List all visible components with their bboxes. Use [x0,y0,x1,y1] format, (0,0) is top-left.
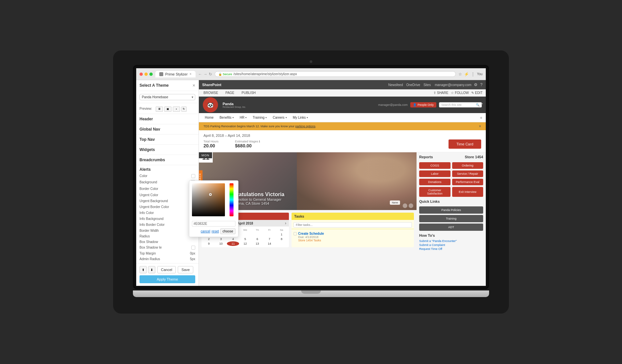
color-picker-cancel-btn[interactable]: cancel [201,228,210,234]
save-button[interactable]: Save [178,266,193,273]
sp-share-btn[interactable]: ⇧ SHARE [433,91,448,95]
nav-item-top-nav[interactable]: Top Nav [136,135,199,145]
tab-close-btn[interactable]: × [190,72,192,76]
nav-item-hr[interactable]: HR ▾ [237,114,249,121]
cal-day-10[interactable]: 10 [215,241,227,246]
sp-edit-btn[interactable]: ✎ EDIT [471,91,482,95]
howto-panda-encounter[interactable]: Submit a "Panda Encounter" [419,239,483,243]
hero-slide-next[interactable] [409,203,413,208]
hero-slide-prev[interactable] [403,203,407,208]
cal-day-9[interactable]: 9 [203,241,215,246]
nav-item-training[interactable]: Training ▾ [250,114,269,121]
quick-link-panda-policies[interactable]: Panda Policies [419,206,483,214]
sp-help-icon[interactable]: ? [480,82,482,87]
sp-settings-icon[interactable]: ⚙ [474,82,478,87]
collapse-header-btn[interactable]: ⌃ [480,102,484,108]
cal-day-3[interactable]: 3 [215,237,227,241]
minimize-window-btn[interactable] [144,73,148,76]
export-btn[interactable]: ⬇ [148,266,155,273]
panel-title: Select A Theme [140,83,169,88]
picker-cursor[interactable] [209,193,212,196]
url-bar[interactable]: 🔒 Secure /sites/home/ateraprime/stylizer… [215,71,456,77]
preview-refresh-btn[interactable]: ↻ [181,106,187,112]
nav-item-careers[interactable]: Careers ▾ [270,114,290,121]
cal-day-1[interactable]: 1 [275,232,288,237]
color-hue-bar[interactable] [230,183,233,216]
panel-footer: ⬆ ⬇ Cancel Save Apply Theme [136,263,199,286]
tasks-filter-input[interactable] [294,222,412,228]
calendar-next-btn[interactable]: › [285,221,286,226]
nav-back-btn[interactable]: ← [198,72,202,76]
people-only-btn[interactable]: 👤 People Only [410,102,436,107]
cal-day-7[interactable]: 7 [264,237,276,241]
maximize-window-btn[interactable] [149,73,153,76]
menu-icon[interactable]: ⋮ [471,72,475,76]
ribbon-tab-page[interactable]: PAGE [224,90,235,95]
howto-complaint[interactable]: Submit a Complaint [419,243,483,247]
quick-link-training[interactable]: Training [419,215,483,222]
cal-day-2[interactable]: 2 [203,237,215,241]
nav-item-benefits[interactable]: Benefits ▾ [217,114,236,121]
time-row: Total Hours 20.00 Estimated Wages ℹ $680… [203,139,481,149]
cancel-button[interactable]: Cancel [157,266,176,273]
cal-day-8[interactable]: 8 [275,237,288,241]
theme-select[interactable]: Panda Homebase [140,94,195,100]
report-btn-service-repair[interactable]: Service / Repair [452,170,483,177]
nav-item-global-nav[interactable]: Global Nav [136,124,199,135]
extensions-icon[interactable]: ⚡ [464,72,469,76]
cal-day-11[interactable]: 11 [227,241,239,246]
time-card-btn[interactable]: Time Card [449,139,481,149]
nav-reload-btn[interactable]: ↻ [209,72,212,76]
panda-search[interactable]: Search this site 🔍 [439,102,482,107]
alert-link[interactable]: parking options [295,125,315,128]
nav-item-home[interactable]: Home [202,114,216,121]
alert-color-checkbox[interactable] [191,174,195,178]
sp-link-onedrive[interactable]: OneDrive [406,83,420,87]
nav-item-breadcrumbs[interactable]: Breadcrumbs [136,155,199,165]
report-btn-customer-satisfaction[interactable]: Customer Satisfaction [419,187,451,197]
close-window-btn[interactable] [140,73,143,76]
color-picker-hex-input[interactable] [192,221,235,227]
nav-item-widgets[interactable]: Widgets [136,145,199,155]
sp-link-sites[interactable]: Sites [423,83,431,87]
cal-day-13[interactable]: 13 [251,241,264,246]
nav-item-header[interactable]: Header [136,114,199,124]
browser-tab[interactable]: Prime Stylizer × [155,71,196,77]
alert-box-shadow-ie-checkbox[interactable] [191,246,195,250]
color-picker-choose-btn[interactable]: choose [220,228,235,234]
cal-day-14[interactable]: 14 [264,241,276,246]
panel-close-btn[interactable]: × [193,83,195,88]
ribbon-tab-publish[interactable]: PUBLISH [240,90,257,95]
alert-close-btn[interactable]: × [479,124,481,129]
nav-item-mylinks[interactable]: My Links ▾ [290,114,311,121]
report-btn-ordering[interactable]: Ordering [452,162,483,169]
report-btn-cogs[interactable]: COGS [419,162,451,169]
color-picker-gradient[interactable] [192,183,225,216]
cal-day-6[interactable]: 6 [251,237,264,241]
report-btn-performance-eval[interactable]: Performance Eval [452,179,483,185]
preview-mobile-btn[interactable]: ▪ [173,106,180,112]
bookmark-icon[interactable]: ☆ [458,72,462,76]
task-label[interactable]: Create Schedule [298,232,324,235]
apply-theme-button[interactable]: Apply Theme [140,275,195,283]
quick-link-adt[interactable]: ADT [419,224,483,231]
report-btn-donations[interactable]: Donations [419,179,451,185]
preview-tablet-btn[interactable]: ▣ [164,106,171,112]
reports-store-section: Reports Store 1454 COGS Ordering Labor S… [419,155,483,197]
cal-day-12[interactable]: 12 [239,241,251,246]
color-picker-reset-btn[interactable]: reset [212,228,219,234]
howto-time-off[interactable]: Request Time Off [419,247,483,251]
ribbon-tab-browse[interactable]: BROWSE [202,90,219,95]
report-btn-labor[interactable]: Labor [419,170,451,177]
preview-desktop-btn[interactable]: 🖥 [156,106,163,112]
cal-day-4[interactable]: 4 [227,237,239,241]
nav-add-btn[interactable]: + [480,115,482,120]
task-checkbox[interactable] [294,232,297,235]
import-btn[interactable]: ⬆ [140,266,147,273]
sp-follow-btn[interactable]: ☆ FOLLOW [451,91,469,95]
report-btn-exit-interview[interactable]: Exit Interview [452,187,483,197]
cal-day-5[interactable]: 5 [239,237,251,241]
nav-forward-btn[interactable]: → [203,72,207,76]
sp-link-newsfeed[interactable]: Newsfeed [388,83,403,87]
mylinks-arrow-icon: ▾ [307,116,308,119]
